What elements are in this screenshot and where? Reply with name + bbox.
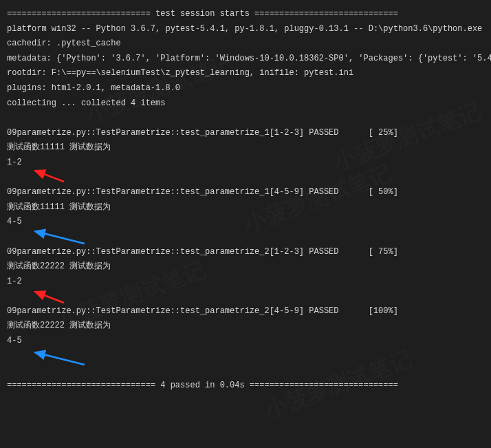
platform-line: platform win32 -- Python 3.6.7, pytest-5… — [7, 22, 484, 37]
test-output-line: 测试函数11111 测试数据为 — [7, 200, 484, 215]
rootdir-line: rootdir: F:\==py==\seleniumTest\z_pytest… — [7, 66, 484, 81]
session-start-divider: ============================= test sessi… — [7, 7, 484, 22]
test-output-line: 1-2 — [7, 156, 484, 171]
test-output-line: 测试函数22222 测试数据为 — [7, 259, 484, 275]
plugins-line: plugins: html-2.0.1, metadata-1.8.0 — [7, 81, 484, 96]
test-result-line: 09parametrize.py::TestParametrize::test_… — [7, 245, 484, 260]
summary-divider: ============================== 4 passed … — [7, 378, 484, 394]
test-result-line: 09parametrize.py::TestParametrize::test_… — [7, 185, 484, 200]
collecting-line: collecting ... collected 4 items — [7, 96, 484, 111]
test-output-line: 4-5 — [7, 215, 484, 230]
test-result-line: 09parametrize.py::TestParametrize::test_… — [7, 126, 484, 141]
test-result-line: 09parametrize.py::TestParametrize::test_… — [7, 304, 484, 319]
test-output-line: 测试函数11111 测试数据为 — [7, 140, 484, 156]
metadata-line: metadata: {'Python': '3.6.7', 'Platform'… — [7, 52, 484, 67]
test-output-line: 1-2 — [7, 275, 484, 290]
test-output-line: 4-5 — [7, 334, 484, 349]
test-output-line: 测试函数22222 测试数据为 — [7, 319, 484, 334]
cachedir-line: cachedir: .pytest_cache — [7, 36, 484, 52]
terminal-output: ============================= test sessi… — [7, 7, 484, 393]
